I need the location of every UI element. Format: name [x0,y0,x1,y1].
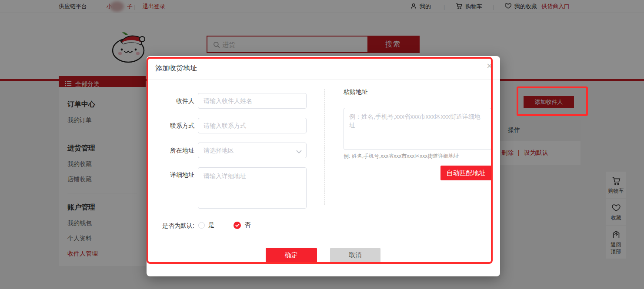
region-select[interactable] [198,143,307,158]
detail-address-label: 详细地址 [158,171,194,179]
region-label: 所在地址 [158,147,194,155]
close-icon[interactable]: × [487,61,492,71]
modal-header: 添加收货地址 × [147,56,500,80]
detail-address-textarea[interactable] [198,167,307,209]
add-address-modal: 添加收货地址 × 收件人 联系方式 所在地址 详细地址 粘贴地址 例: 姓名,手… [147,56,500,276]
confirm-button[interactable]: 确定 [266,248,317,263]
paste-address-textarea[interactable] [344,108,491,150]
modal-body: 收件人 联系方式 所在地址 详细地址 粘贴地址 例: 姓名,手机号,xxx省xx… [147,80,500,276]
radio-no-checked[interactable] [234,222,241,229]
auto-match-address-button[interactable]: 自动匹配地址 [440,166,491,180]
page-root: 供应链平台 小 子 | 退出登录 我的 | 购物车 [0,0,644,289]
check-icon [235,223,240,227]
contact-input[interactable] [198,118,307,133]
radio-yes-label: 是 [208,221,214,229]
recipient-input[interactable] [198,93,307,109]
paste-address-label: 粘贴地址 [344,88,368,96]
vertical-dashed-divider [324,89,325,205]
cancel-button[interactable]: 取消 [330,248,380,263]
modal-title: 添加收货地址 [155,64,197,73]
radio-no-label: 否 [244,221,250,229]
radio-yes[interactable] [198,222,205,229]
default-row: 是否为默认: 是 否 [147,221,329,230]
contact-label: 联系方式 [158,122,194,130]
recipient-label: 收件人 [158,97,194,105]
paste-helper-text: 例: 姓名,手机号,xxx省xxx市xxx区xxx街道详细地址 [344,153,459,160]
is-default-label: 是否为默认: [158,222,194,230]
